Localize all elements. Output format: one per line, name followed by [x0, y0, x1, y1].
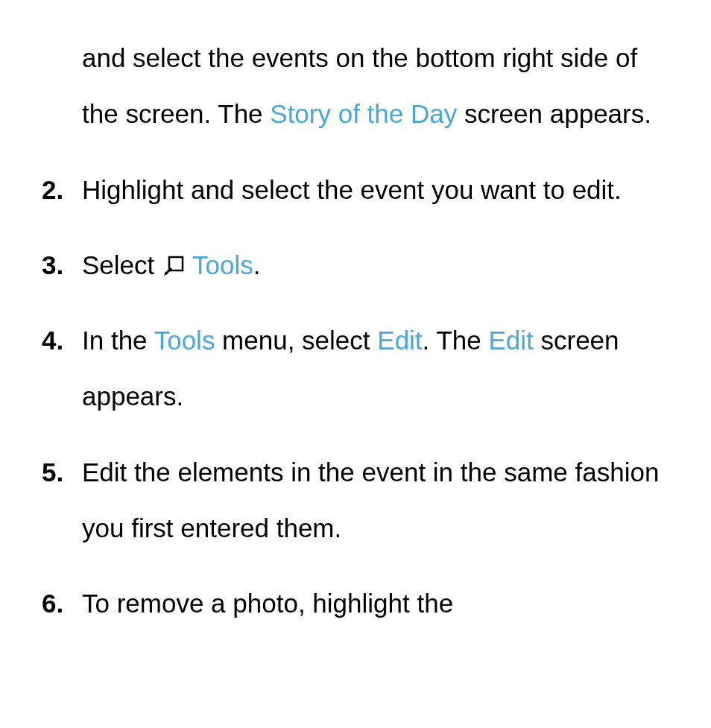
step-3: Select Tools.: [37, 237, 674, 293]
tools-icon: [163, 239, 184, 260]
step-4: In the Tools menu, select Edit. The Edit…: [37, 312, 674, 425]
text-fragment: .: [253, 250, 261, 279]
instruction-list: Highlight and select the event you want …: [37, 162, 674, 632]
link-story-of-the-day[interactable]: Story of the Day: [270, 99, 457, 128]
text-fragment: screen appears.: [457, 99, 651, 128]
text-fragment: menu, select: [215, 326, 377, 355]
link-tools[interactable]: Tools: [154, 326, 215, 355]
link-edit[interactable]: Edit: [488, 326, 533, 355]
text-fragment: . The: [423, 326, 489, 355]
step-1-continuation: and select the events on the bottom righ…: [37, 30, 674, 142]
step-6: To remove a photo, highlight the: [37, 575, 674, 631]
text-fragment: Select: [82, 250, 162, 279]
step-5: Edit the elements in the event in the sa…: [37, 444, 674, 557]
text-fragment: Edit the elements in the event in the sa…: [82, 458, 659, 542]
link-tools[interactable]: Tools: [192, 250, 253, 279]
step-2: Highlight and select the event you want …: [37, 162, 674, 218]
text-fragment: To remove a photo, highlight the: [82, 589, 453, 618]
text-fragment: Highlight and select the event you want …: [82, 175, 622, 204]
text-fragment: In the: [82, 326, 154, 355]
text-fragment: [186, 250, 192, 279]
link-edit[interactable]: Edit: [377, 326, 422, 355]
